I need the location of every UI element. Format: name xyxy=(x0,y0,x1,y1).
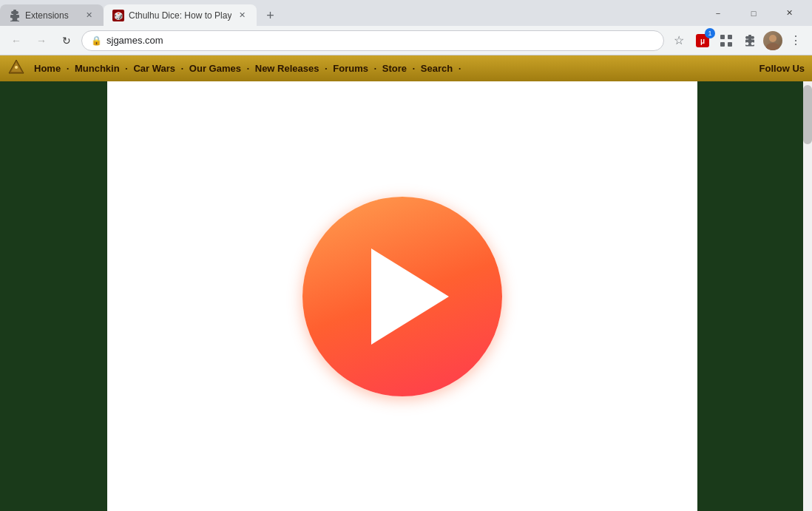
grid-extension-button[interactable] xyxy=(716,30,737,51)
nav-sep-3: • xyxy=(247,65,249,72)
nav-items: Home • Munchkin • Car Wars • Our Games •… xyxy=(31,63,464,74)
svg-rect-4 xyxy=(720,35,725,39)
nav-sep-7: • xyxy=(459,65,461,72)
nav-search[interactable]: Search xyxy=(418,63,456,74)
avatar-image xyxy=(763,31,782,50)
tab-cthulhu-close[interactable]: ✕ xyxy=(236,10,248,21)
address-bar[interactable]: 🔒 sjgames.com xyxy=(81,30,664,51)
minimize-button[interactable]: − xyxy=(701,0,735,26)
ublock-extension-button[interactable]: μ 1 xyxy=(692,30,713,51)
tab-extensions[interactable]: Extensions ✕ xyxy=(0,4,104,26)
extensions-button[interactable] xyxy=(740,30,760,51)
right-sidebar xyxy=(697,81,812,511)
new-tab-button[interactable]: + xyxy=(260,5,280,26)
chrome-window: Extensions ✕ 🎲 Cthulhu Dice: How to Play… xyxy=(0,0,812,511)
page-content: Home • Munchkin • Car Wars • Our Games •… xyxy=(0,55,812,511)
svg-point-8 xyxy=(769,35,777,42)
lock-icon: 🔒 xyxy=(91,35,102,46)
url-text: sjgames.com xyxy=(106,35,654,46)
play-button[interactable] xyxy=(302,197,502,396)
refresh-button[interactable]: ↻ xyxy=(56,30,77,51)
tab-extensions-close[interactable]: ✕ xyxy=(83,10,95,21)
nav-sep-0: • xyxy=(67,65,69,72)
video-player-area xyxy=(107,81,697,511)
back-button[interactable]: ← xyxy=(6,30,27,51)
nav-new-releases[interactable]: New Releases xyxy=(252,63,322,74)
nav-store[interactable]: Store xyxy=(379,63,410,74)
toolbar-icons: ☆ μ 1 xyxy=(669,30,806,51)
svg-text:🎲: 🎲 xyxy=(114,11,124,21)
window-controls: − □ ✕ xyxy=(701,0,812,26)
nav-sep-6: • xyxy=(413,65,415,72)
nav-home[interactable]: Home xyxy=(31,63,64,74)
tab-extensions-label: Extensions xyxy=(25,10,78,21)
pyramid-icon xyxy=(7,58,25,76)
svg-rect-5 xyxy=(728,35,732,39)
maximize-button[interactable]: □ xyxy=(737,0,771,26)
tabs-container: Extensions ✕ 🎲 Cthulhu Dice: How to Play… xyxy=(0,0,701,26)
svg-point-12 xyxy=(15,66,18,69)
nav-follow-us[interactable]: Follow Us xyxy=(759,63,805,74)
site-logo[interactable] xyxy=(7,58,25,79)
play-triangle-icon xyxy=(371,248,449,345)
main-content xyxy=(0,81,812,511)
nav-forums[interactable]: Forums xyxy=(330,63,371,74)
svg-rect-6 xyxy=(720,42,725,47)
star-icon: ☆ xyxy=(674,33,684,47)
close-button[interactable]: ✕ xyxy=(772,0,806,26)
svg-point-9 xyxy=(766,43,779,50)
left-sidebar xyxy=(0,81,107,511)
bookmark-button[interactable]: ☆ xyxy=(669,30,689,51)
nav-car-wars[interactable]: Car Wars xyxy=(130,63,178,74)
nav-sep-4: • xyxy=(325,65,327,72)
nav-our-games[interactable]: Our Games xyxy=(186,63,244,74)
title-bar: Extensions ✕ 🎲 Cthulhu Dice: How to Play… xyxy=(0,0,812,26)
puzzle-icon xyxy=(743,34,757,47)
site-navigation: Home • Munchkin • Car Wars • Our Games •… xyxy=(0,55,812,81)
nav-sep-2: • xyxy=(181,65,183,72)
nav-sep-1: • xyxy=(126,65,128,72)
cthulhu-favicon: 🎲 xyxy=(112,10,124,21)
tab-cthulhu[interactable]: 🎲 Cthulhu Dice: How to Play ✕ xyxy=(104,4,257,26)
grid-icon xyxy=(720,34,733,47)
ublock-badge: 1 xyxy=(705,28,715,38)
svg-rect-7 xyxy=(728,42,732,47)
address-bar-row: ← → ↻ 🔒 sjgames.com ☆ μ 1 xyxy=(0,26,812,55)
scrollbar-thumb[interactable] xyxy=(803,85,812,144)
tab-cthulhu-label: Cthulhu Dice: How to Play xyxy=(129,10,231,21)
menu-dots-icon: ⋮ xyxy=(790,33,802,47)
scrollbar-track xyxy=(803,81,812,511)
svg-text:μ: μ xyxy=(700,37,705,45)
nav-munchkin[interactable]: Munchkin xyxy=(72,63,123,74)
extensions-favicon xyxy=(9,10,21,21)
chrome-menu-button[interactable]: ⋮ xyxy=(785,30,806,51)
nav-sep-5: • xyxy=(374,65,376,72)
profile-avatar[interactable] xyxy=(763,31,782,50)
forward-button[interactable]: → xyxy=(31,30,52,51)
